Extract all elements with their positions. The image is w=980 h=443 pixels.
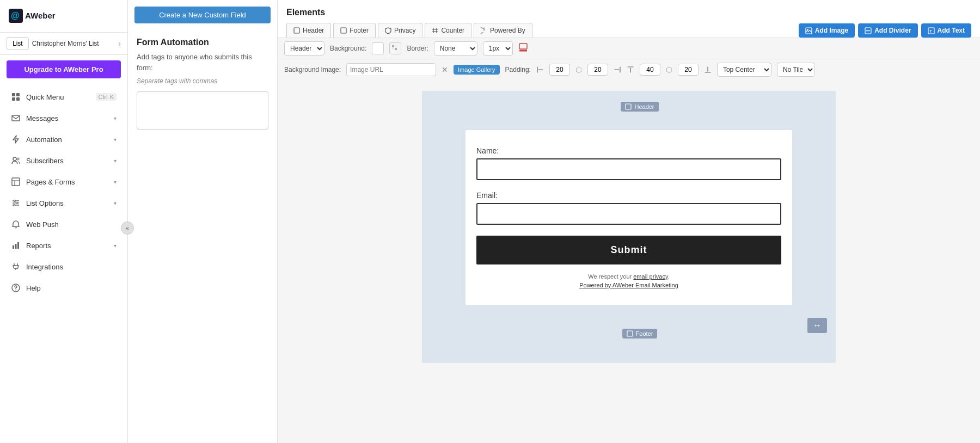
sidebar-item-automation[interactable]: Automation ▾: [2, 129, 125, 150]
svg-rect-16: [17, 242, 19, 249]
sidebar-nav: Quick Menu CtrlK Messages ▾ Automation: [0, 84, 127, 443]
square-small-icon: [627, 330, 633, 337]
alignment-selector[interactable]: Top Center: [717, 63, 771, 77]
shield-icon: [385, 27, 391, 34]
form-body: Name: Email: Submit We respect your emai…: [465, 130, 792, 305]
svg-point-8: [13, 157, 16, 161]
tab-privacy[interactable]: Privacy: [378, 23, 422, 38]
background-pattern-button[interactable]: [389, 42, 401, 54]
email-field-input[interactable]: [476, 203, 781, 225]
svg-rect-3: [12, 93, 15, 96]
chart-icon: [11, 241, 21, 250]
sidebar-item-reports[interactable]: Reports ▾: [2, 235, 125, 256]
clear-image-button[interactable]: ✕: [442, 65, 448, 74]
sidebar-item-pages-forms[interactable]: Pages & Forms ▾: [2, 171, 125, 192]
section-selector[interactable]: Header: [284, 41, 324, 56]
border-color-button[interactable]: [518, 42, 528, 54]
add-image-label: Add Image: [815, 27, 848, 34]
image-url-input[interactable]: [346, 63, 436, 76]
powered-by-link[interactable]: Powered by AWeber Email Marketing: [579, 282, 678, 288]
sidebar-item-web-push[interactable]: Web Push: [2, 214, 125, 235]
background-color-swatch[interactable]: [372, 42, 384, 54]
tab-counter[interactable]: Counter: [425, 23, 471, 38]
padding-divider2-icon: ⬡: [666, 65, 672, 74]
square-small-icon: [625, 103, 632, 110]
tab-powered-by[interactable]: Powered By: [474, 23, 532, 38]
svg-rect-4: [16, 93, 20, 96]
name-label: Name:: [476, 146, 781, 155]
form-automation-note: Separate tags with commas: [128, 77, 277, 91]
tab-footer-label: Footer: [350, 27, 369, 34]
sidebar-item-label: Pages & Forms: [26, 178, 75, 186]
add-image-button[interactable]: Add Image: [799, 23, 855, 38]
sidebar-item-label: Integrations: [26, 263, 63, 271]
quick-menu-badge: CtrlK: [96, 93, 117, 101]
chevron-down-icon: ▾: [114, 200, 117, 206]
footer-block: Footer ↔: [422, 310, 836, 341]
sidebar-item-list-options[interactable]: List Options ▾: [2, 193, 125, 213]
svg-rect-32: [627, 331, 633, 336]
sidebar: @ AWeber List Christopher Morris' List ›…: [0, 0, 128, 443]
upgrade-button[interactable]: Upgrade to AWeber Pro: [7, 60, 121, 78]
sidebar-item-label: Reports: [26, 242, 51, 250]
sidebar-item-quick-menu[interactable]: Quick Menu CtrlK: [2, 87, 125, 107]
svg-rect-31: [626, 104, 631, 109]
sidebar-collapse-button[interactable]: «: [121, 222, 134, 235]
name-field-input[interactable]: [476, 158, 781, 180]
add-divider-label: Add Divider: [874, 27, 911, 34]
tags-textarea[interactable]: [137, 91, 268, 130]
svg-point-9: [17, 158, 19, 160]
svg-rect-29: [395, 48, 397, 50]
privacy-link[interactable]: email privacy: [633, 273, 667, 280]
add-divider-button[interactable]: Add Divider: [858, 23, 917, 38]
submit-button[interactable]: Submit: [476, 236, 781, 264]
padding-top-input[interactable]: 40: [640, 64, 660, 76]
tab-footer[interactable]: Footer: [333, 23, 376, 38]
image-gallery-button[interactable]: Image Gallery: [454, 65, 499, 75]
sidebar-item-label: Automation: [26, 136, 62, 144]
padding-right-input[interactable]: 20: [587, 64, 608, 76]
border-width-selector[interactable]: 1px: [483, 41, 513, 56]
border-style-selector[interactable]: None: [434, 41, 477, 56]
header-label[interactable]: Header: [621, 102, 658, 112]
create-custom-field-button[interactable]: Create a New Custom Field: [134, 7, 271, 23]
aweber-logo: @ AWeber: [9, 7, 74, 24]
name-field-container: Name:: [476, 146, 781, 191]
sidebar-item-messages[interactable]: Messages ▾: [2, 108, 125, 128]
chevron-down-icon: ▾: [114, 115, 117, 121]
chevron-down-icon: ▾: [114, 158, 117, 164]
footer-label[interactable]: Footer: [622, 329, 658, 339]
people-icon: [11, 156, 21, 165]
resize-handle-button[interactable]: ↔: [807, 318, 827, 333]
sidebar-item-label: Quick Menu: [26, 93, 64, 101]
sliders-icon: [11, 198, 21, 208]
properties-row1: Header Background: Border: None 1px: [278, 38, 980, 59]
sidebar-item-label: Web Push: [26, 220, 59, 229]
sidebar-item-label: Subscribers: [26, 157, 64, 165]
list-selector[interactable]: List Christopher Morris' List ›: [0, 33, 127, 55]
list-name: Christopher Morris' List: [32, 40, 115, 47]
privacy-text: We respect your email privacy.: [476, 273, 781, 280]
sidebar-item-subscribers[interactable]: Subscribers ▾: [2, 150, 125, 171]
sidebar-item-label: Messages: [26, 114, 58, 122]
powered-by-text: Powered by AWeber Email Marketing: [476, 282, 781, 288]
form-automation-description: Add tags to anyone who submits this form…: [128, 52, 277, 77]
chevron-down-icon: ▾: [114, 243, 117, 249]
sidebar-item-integrations[interactable]: Integrations: [2, 256, 125, 277]
add-text-button[interactable]: T Add Text: [921, 23, 971, 38]
form-automation-panel: Create a New Custom Field Form Automatio…: [128, 0, 278, 443]
border-label: Border:: [407, 45, 428, 52]
sidebar-item-help[interactable]: Help: [2, 278, 125, 298]
form-header-area: [422, 114, 836, 130]
tile-selector[interactable]: No Tile: [777, 63, 815, 77]
minus-icon: [865, 27, 872, 34]
svg-rect-10: [12, 178, 20, 186]
create-field-container: Create a New Custom Field: [128, 0, 277, 29]
padding-bottom-input[interactable]: 20: [678, 64, 699, 76]
list-arrow-icon[interactable]: ›: [118, 39, 121, 48]
form-footer-area: [422, 310, 836, 327]
list-button[interactable]: List: [7, 37, 29, 50]
grid-icon: [11, 92, 21, 102]
padding-left-input[interactable]: 20: [549, 64, 570, 76]
tab-header[interactable]: Header: [286, 23, 331, 38]
